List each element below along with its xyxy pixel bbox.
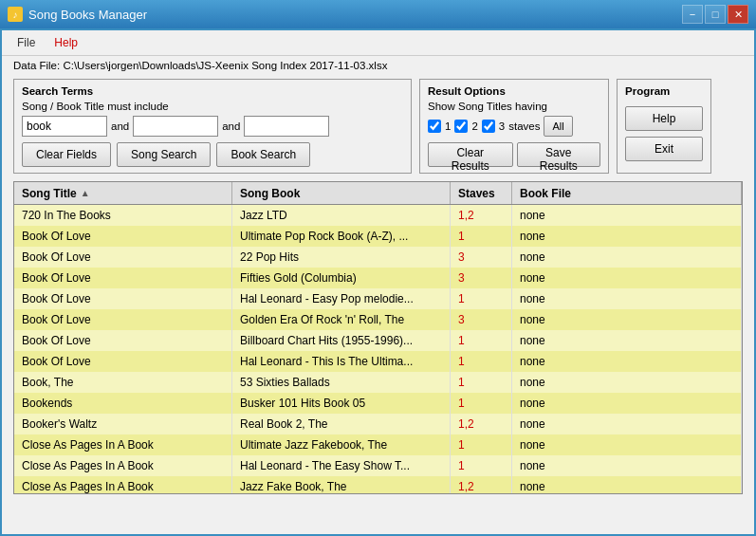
table-row[interactable]: Close As Pages In A BookUltimate Jazz Fa… — [14, 434, 742, 455]
table-cell: 3 — [451, 268, 512, 288]
song-search-button[interactable]: Song Search — [117, 142, 211, 167]
minimize-button[interactable]: − — [682, 5, 703, 24]
staves-text: staves — [508, 120, 540, 132]
table-cell: 3 — [451, 309, 512, 330]
table-row[interactable]: BookendsBusker 101 Hits Book 051none — [14, 393, 742, 414]
table-row[interactable]: Book Of LoveHal Leonard - Easy Pop melod… — [14, 288, 742, 309]
table-cell: Book Of Love — [14, 268, 232, 288]
and-label-2: and — [222, 120, 240, 132]
results-table: Song Title ▲ Song Book Staves Book File … — [13, 181, 743, 494]
table-cell: Book Of Love — [14, 351, 232, 372]
table-row[interactable]: Booker's WaltzReal Book 2, The1,2none — [14, 414, 742, 434]
exit-button[interactable]: Exit — [625, 137, 703, 161]
book-search-button[interactable]: Book Search — [216, 142, 310, 167]
search-buttons-row: Clear Fields Song Search Book Search — [22, 142, 403, 167]
table-cell: Book Of Love — [14, 330, 232, 351]
help-button[interactable]: Help — [625, 106, 703, 131]
staves-row: 1 2 3 staves All — [428, 116, 600, 137]
table-cell: Close As Pages In A Book — [14, 455, 232, 476]
table-cell: 720 In The Books — [14, 205, 232, 226]
table-cell: Close As Pages In A Book — [14, 434, 232, 455]
table-cell: Ultimate Jazz Fakebook, The — [232, 434, 451, 455]
table-row[interactable]: Close As Pages In A BookHal Leonard - Th… — [14, 455, 742, 476]
menu-file[interactable]: File — [13, 34, 39, 51]
maximize-button[interactable]: □ — [705, 5, 726, 24]
table-row[interactable]: Book Of LoveFifties Gold (Columbia)3none — [14, 268, 742, 288]
window-title: Song Books Manager — [28, 8, 147, 22]
table-cell: Jazz LTD — [232, 205, 451, 226]
table-cell: 3 — [451, 247, 512, 268]
main-window: File Help Data File: C:\Users\jorgen\Dow… — [0, 28, 756, 536]
table-cell: Book Of Love — [14, 288, 232, 309]
all-button[interactable]: All — [544, 116, 572, 137]
table-cell: none — [512, 330, 742, 351]
table-cell: 1,2 — [451, 414, 512, 434]
table-cell: none — [512, 226, 742, 247]
table-cell: Book Of Love — [14, 226, 232, 247]
title-bar: ♪ Song Books Manager − □ ✕ — [0, 0, 756, 28]
table-cell: Ultimate Pop Rock Book (A-Z), ... — [232, 226, 451, 247]
table-cell: 1 — [451, 372, 512, 393]
save-results-button[interactable]: Save Results — [517, 142, 600, 167]
table-cell: Billboard Chart Hits (1955-1996)... — [232, 330, 451, 351]
table-cell: none — [512, 288, 742, 309]
table-cell: none — [512, 247, 742, 268]
staves-check-1[interactable] — [428, 120, 441, 133]
search-input-2[interactable] — [133, 116, 218, 137]
table-cell: none — [512, 372, 742, 393]
table-row[interactable]: Book Of Love22 Pop Hits3none — [14, 247, 742, 268]
search-terms-title: Search Terms — [22, 85, 403, 97]
table-cell: Book Of Love — [14, 309, 232, 330]
table-cell: Fifties Gold (Columbia) — [232, 268, 451, 288]
col-header-staves: Staves — [451, 182, 512, 204]
and-label-1: and — [111, 120, 129, 132]
table-cell: 1 — [451, 351, 512, 372]
table-cell: 1,2 — [451, 476, 512, 493]
search-input-3[interactable] — [244, 116, 329, 137]
table-row[interactable]: Book Of LoveHal Leonard - This Is The Ul… — [14, 351, 742, 372]
result-buttons-row: Clear Results Save Results — [428, 142, 600, 167]
window-controls[interactable]: − □ ✕ — [682, 5, 748, 24]
table-cell: none — [512, 393, 742, 414]
table-cell: 1 — [451, 434, 512, 455]
show-label: Show Song Titles having — [428, 101, 600, 112]
table-cell: 1 — [451, 330, 512, 351]
col-header-book-file: Book File — [512, 182, 742, 204]
table-cell: 1 — [451, 393, 512, 414]
table-cell: Golden Era Of Rock 'n' Roll, The — [232, 309, 451, 330]
table-row[interactable]: Book Of LoveGolden Era Of Rock 'n' Roll,… — [14, 309, 742, 330]
content-area: Search Terms Song / Book Title must incl… — [2, 75, 754, 177]
table-row[interactable]: Book Of LoveBillboard Chart Hits (1955-1… — [14, 330, 742, 351]
close-button[interactable]: ✕ — [728, 5, 748, 24]
table-cell: Jazz Fake Book, The — [232, 476, 451, 493]
search-input-1[interactable] — [22, 116, 107, 137]
table-row[interactable]: Book, The53 Sixties Ballads1none — [14, 372, 742, 393]
table-body: 720 In The BooksJazz LTD1,2noneBook Of L… — [14, 205, 742, 493]
table-row[interactable]: Close As Pages In A BookJazz Fake Book, … — [14, 476, 742, 493]
clear-fields-button[interactable]: Clear Fields — [22, 142, 111, 167]
table-cell: Book, The — [14, 372, 232, 393]
table-row[interactable]: 720 In The BooksJazz LTD1,2none — [14, 205, 742, 226]
table-cell: Busker 101 Hits Book 05 — [232, 393, 451, 414]
clear-results-button[interactable]: Clear Results — [428, 142, 513, 167]
menu-help[interactable]: Help — [50, 34, 82, 51]
result-options-title: Result Options — [428, 85, 600, 97]
staves-check-2[interactable] — [454, 120, 468, 133]
col-header-song-book: Song Book — [232, 182, 451, 204]
table-cell: Booker's Waltz — [14, 414, 232, 434]
table-cell: 1 — [451, 288, 512, 309]
table-cell: none — [512, 434, 742, 455]
search-terms-subtitle: Song / Book Title must include — [22, 101, 403, 112]
staves-label-3: 3 — [499, 120, 505, 132]
table-cell: 1,2 — [451, 205, 512, 226]
col-header-song-title: Song Title ▲ — [14, 182, 232, 204]
sort-arrow-icon[interactable]: ▲ — [81, 188, 90, 198]
app-icon: ♪ — [8, 7, 23, 22]
staves-check-3[interactable] — [482, 120, 495, 133]
table-cell: Real Book 2, The — [232, 414, 451, 434]
table-row[interactable]: Book Of LoveUltimate Pop Rock Book (A-Z)… — [14, 226, 742, 247]
data-file-label: Data File: C:\Users\jorgen\Downloads\JS-… — [2, 56, 754, 75]
staves-label-1: 1 — [445, 120, 451, 132]
table-cell: none — [512, 268, 742, 288]
table-cell: 1 — [451, 455, 512, 476]
